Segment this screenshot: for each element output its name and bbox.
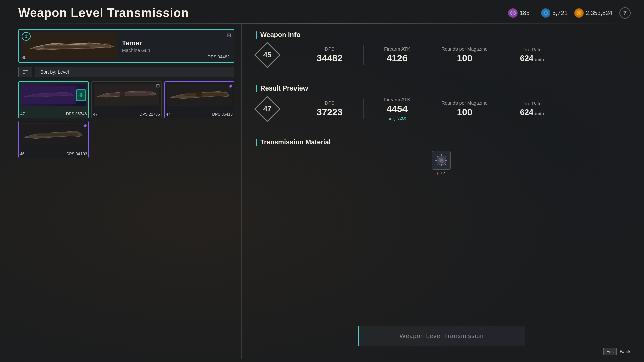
sort-label: Sort by: Level [35,67,234,77]
purple-currency-icon [508,8,518,18]
blue-currency-value: 5,721 [552,10,568,17]
selected-weapon-dps: DPS 34482 [208,54,230,59]
weapon-card-3-image [167,84,232,106]
card-1-level: 47 [20,112,25,116]
transmission-button[interactable]: Weapon Level Transmission [358,326,525,346]
help-button[interactable]: ? [619,7,631,19]
result-divider-1 [296,99,296,119]
back-label: Back [620,349,631,354]
selected-weapon-image [23,33,117,59]
result-level-value: 47 [263,105,271,113]
stat-dps-label: DPS [325,46,335,52]
result-stat-atk: Firearm ATK 4454 ▲ (+328) [374,97,421,121]
weapon-card-1-image: + [21,84,86,106]
weapon-info-level: 45 [263,51,271,59]
currency-blue: 5,721 [541,8,568,18]
weapon-card-3[interactable]: ◆ 47 DPS 35418 [164,81,234,118]
material-section: Transmission Material [256,138,627,176]
stat-dps: DPS 34482 [306,46,353,64]
weapon-card-4[interactable]: ◆ 46 DPS 34103 [18,121,89,158]
section-bar-result [256,85,257,92]
stats-divider-4 [498,45,498,65]
result-stat-dps-label: DPS [325,100,335,106]
stats-divider-2 [363,45,364,65]
weapon-name: Tamer [122,39,230,47]
stat-firerate-label: Fire Rate [522,47,542,52]
svg-rect-16 [196,91,202,97]
svg-rect-5 [53,44,60,49]
stat-dps-value: 34482 [317,53,343,64]
result-divider-3 [431,99,431,119]
page-title: Weapon Level Transmission [18,6,189,20]
result-stat-firerate-value: 624r/min [520,108,544,117]
stat-firerate: Fire Rate 624r/min [508,47,555,63]
weapon-card-4-image [21,123,86,145]
result-stat-dps-value: 37223 [317,107,343,118]
card-1-dps: DPS 35746 [66,112,87,116]
currency-purple: 185 + [508,8,534,18]
stat-atk-value: 4126 [387,53,408,64]
svg-rect-12 [110,93,149,96]
left-panel: ① Tamer Machine Gun 45 [0,24,241,359]
svg-rect-15 [184,93,227,96]
result-stat-atk-change: ▲ (+328) [388,116,406,121]
svg-point-29 [440,159,443,162]
selected-weapon-info: Tamer Machine Gun [122,39,230,53]
weapon-card-1[interactable]: + 47 DPS 35746 [18,81,89,118]
card-2-dps: DPS 22786 [139,112,160,117]
card-4-dps: DPS 34103 [66,152,87,156]
result-preview-stats: 47 DPS 37223 Firearm ATK 4454 ▲ (+328) [256,97,627,121]
weapon-info-section: Weapon Info 45 DPS 34482 Firearm ATK [256,31,627,75]
arrow-up-icon: ▲ [388,116,392,121]
page: Weapon Level Transmission 185 + 5,721 [0,0,644,362]
card-2-level: 47 [93,112,97,117]
material-count: 0 / 4 [437,171,445,176]
header: Weapon Level Transmission 185 + 5,721 [0,0,644,20]
blue-currency-icon [541,8,550,18]
gold-currency-icon: G [574,8,584,18]
svg-rect-13 [120,91,125,96]
esc-key[interactable]: Esc [603,348,617,355]
result-preview-section: Result Preview 47 DPS 37223 Firearm ATK [256,84,627,129]
inventory-icon: ⊞ [227,32,231,38]
svg-line-28 [437,164,438,165]
material-title: Transmission Material [260,138,331,146]
result-divider-4 [498,99,498,119]
sort-bar: Sort by: Level [18,67,234,77]
result-stat-atk-value: 4454 [387,104,408,114]
result-preview-header: Result Preview [256,84,627,92]
add-weapon-icon: + [76,89,86,101]
result-preview-title: Result Preview [260,84,308,92]
result-divider-2 [363,99,364,119]
selected-weapon-card: ① Tamer Machine Gun 45 [18,29,234,63]
svg-text:G: G [578,12,580,15]
currency-gold: G 2,353,824 [574,8,612,18]
svg-rect-6 [100,44,110,47]
stat-mag-value: 100 [457,53,473,64]
weapon-info-header: Weapon Info [256,31,627,39]
main-layout: ① Tamer Machine Gun 45 [0,24,644,359]
section-bar-material [256,139,257,146]
stat-mag-label: Rounds per Magazine [442,46,488,52]
material-icon-box [432,151,451,170]
weapon-info-title: Weapon Info [260,31,301,39]
stats-divider-1 [296,45,296,65]
weapon-info-stats: 45 DPS 34482 Firearm ATK 4126 Rounds per [256,43,627,67]
result-stat-mag: Rounds per Magazine 100 [441,100,488,118]
purple-currency-plus[interactable]: + [532,10,534,16]
result-stat-atk-label: Firearm ATK [384,97,410,102]
weapon-card-2-image [94,84,159,106]
stats-divider-3 [431,45,431,65]
material-item-1: 0 / 4 [256,151,627,176]
card-3-level: 47 [166,112,170,117]
result-level-diamond: 47 [256,97,279,121]
result-stat-firerate-label: Fire Rate [522,101,542,106]
section-bar-info [256,31,257,39]
card-2-badge: ⊞ [156,83,160,88]
stat-mag: Rounds per Magazine 100 [441,46,488,64]
card-4-level: 46 [20,152,24,156]
weapon-card-2[interactable]: ⊞ 47 DPS 22786 [91,81,161,118]
weapon-grid: + 47 DPS 35746 [18,81,234,158]
purple-currency-value: 185 [520,10,530,17]
sort-icon-button[interactable] [18,67,32,77]
